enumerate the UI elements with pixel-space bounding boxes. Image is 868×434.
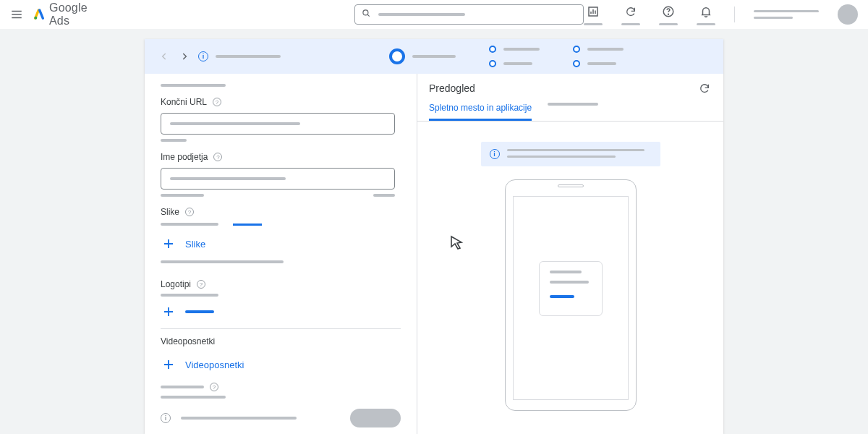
svg-point-0 bbox=[34, 17, 37, 20]
search-icon bbox=[361, 8, 371, 21]
step-2-label bbox=[503, 48, 540, 51]
breadcrumb-text bbox=[216, 55, 281, 58]
images-subtab[interactable] bbox=[161, 223, 218, 226]
preview-tabs: Spletno mesto in aplikacije bbox=[417, 95, 723, 122]
add-videos-button[interactable]: Videoposnetki bbox=[161, 357, 401, 373]
plus-icon bbox=[161, 357, 176, 373]
search-placeholder bbox=[378, 13, 465, 16]
forward-button[interactable] bbox=[178, 50, 191, 63]
page-body: i Ko bbox=[0, 29, 868, 434]
svg-point-4 bbox=[668, 14, 669, 14]
info-icon: i bbox=[490, 149, 500, 159]
refresh-preview-icon[interactable] bbox=[697, 81, 712, 95]
primary-action-button[interactable] bbox=[350, 409, 401, 427]
footer-caption bbox=[181, 417, 297, 420]
final-url-label: Končni URL ? bbox=[161, 97, 401, 107]
account-switcher[interactable] bbox=[754, 10, 819, 19]
info-icon[interactable]: i bbox=[198, 51, 208, 61]
business-name-label: Ime podjetja ? bbox=[161, 152, 401, 162]
business-name-input[interactable] bbox=[161, 168, 395, 190]
helper-text bbox=[161, 396, 226, 399]
section-header bbox=[161, 84, 226, 87]
step-2[interactable] bbox=[489, 46, 496, 53]
icon-caption bbox=[697, 23, 715, 25]
notifications-icon[interactable] bbox=[699, 4, 713, 19]
step-1-label bbox=[412, 55, 456, 58]
char-counter bbox=[373, 194, 395, 197]
ad-preview-card bbox=[539, 261, 603, 316]
step-4-label bbox=[587, 48, 624, 51]
avatar[interactable] bbox=[838, 4, 858, 25]
add-logo-button[interactable] bbox=[161, 304, 401, 320]
menu-icon[interactable] bbox=[10, 8, 23, 21]
appbar-actions bbox=[584, 4, 858, 25]
divider bbox=[734, 7, 735, 22]
ads-logo-icon bbox=[33, 9, 45, 20]
step-4[interactable] bbox=[573, 46, 580, 53]
images-label: Slike ? bbox=[161, 207, 401, 217]
helper-text bbox=[161, 194, 204, 197]
help-icon[interactable]: ? bbox=[210, 383, 218, 391]
app-bar: Google Ads bbox=[0, 0, 868, 29]
final-url-input[interactable] bbox=[161, 113, 395, 135]
step-5[interactable] bbox=[573, 60, 580, 67]
form-column: Končni URL ? Ime podjetja ? bbox=[145, 74, 417, 434]
help-icon[interactable]: ? bbox=[197, 280, 205, 289]
help-icon[interactable]: ? bbox=[213, 98, 221, 106]
back-button[interactable] bbox=[158, 50, 171, 63]
preview-info-banner: i bbox=[481, 142, 660, 166]
separator bbox=[161, 328, 401, 329]
preview-title: Predogled bbox=[429, 82, 475, 94]
svg-point-1 bbox=[363, 10, 368, 15]
step-3-label bbox=[503, 62, 532, 65]
stepper-ribbon: i bbox=[145, 39, 723, 74]
reports-icon[interactable] bbox=[586, 4, 600, 19]
plus-icon bbox=[161, 304, 176, 320]
helper-text bbox=[161, 139, 187, 142]
icon-caption bbox=[621, 23, 640, 25]
search-input[interactable] bbox=[354, 4, 584, 25]
device-preview-phone bbox=[505, 179, 637, 411]
preview-tab-2[interactable] bbox=[548, 103, 598, 121]
brand-logo: Google Ads bbox=[33, 1, 110, 27]
help-icon[interactable]: ? bbox=[185, 208, 194, 216]
icon-caption bbox=[659, 23, 678, 25]
editor-panel: i Ko bbox=[145, 39, 723, 434]
caption-text bbox=[161, 260, 284, 263]
preview-tab-web[interactable]: Spletno mesto in aplikacije bbox=[429, 103, 532, 121]
step-3[interactable] bbox=[489, 60, 496, 67]
step-5-label bbox=[587, 62, 616, 65]
info-icon[interactable]: i bbox=[161, 413, 171, 423]
help-icon[interactable]: ? bbox=[213, 153, 222, 161]
images-subtab-active[interactable] bbox=[233, 221, 262, 226]
videos-label: Videoposnetki bbox=[161, 336, 401, 346]
help-icon[interactable] bbox=[661, 4, 676, 19]
refresh-icon[interactable] bbox=[624, 4, 638, 19]
next-section-label: ? bbox=[161, 383, 401, 391]
brand-text: Google Ads bbox=[49, 1, 110, 27]
logos-label: Logotipi ? bbox=[161, 279, 401, 289]
step-1-current[interactable] bbox=[389, 48, 405, 64]
phone-speaker bbox=[558, 184, 584, 187]
preview-column: Predogled Spletno mesto in aplikacije i bbox=[417, 74, 723, 434]
add-images-button[interactable]: Slike bbox=[161, 236, 401, 252]
cursor-icon bbox=[448, 234, 466, 252]
logos-helper bbox=[161, 294, 218, 297]
icon-caption bbox=[584, 23, 603, 25]
add-logo-label bbox=[185, 310, 214, 313]
plus-icon bbox=[161, 236, 176, 252]
stepper bbox=[389, 46, 624, 67]
